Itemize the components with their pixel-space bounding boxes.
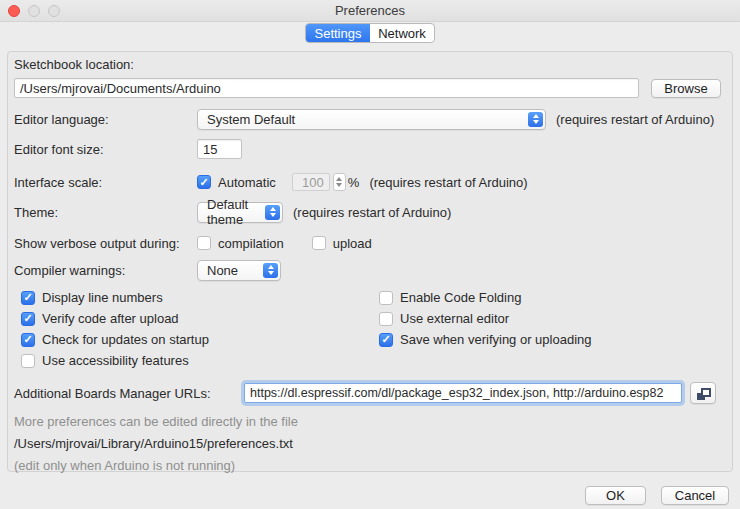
enable-code-folding-checkbox[interactable] [379, 291, 393, 305]
option-display-line-numbers[interactable]: Display line numbers [21, 290, 163, 305]
tab-settings[interactable]: Settings [306, 24, 370, 42]
browse-button[interactable]: Browse [651, 79, 721, 98]
verbose-output-label: Show verbose output during: [14, 236, 197, 251]
display-line-numbers-checkbox[interactable] [21, 291, 35, 305]
verify-code-after-upload-checkbox[interactable] [21, 312, 35, 326]
option-verify-code-after-upload[interactable]: Verify code after upload [21, 311, 179, 326]
boards-manager-urls-input[interactable]: https://dl.espressif.com/dl/package_esp3… [244, 383, 682, 403]
chevron-up-down-icon [265, 205, 280, 220]
boards-manager-urls-label: Additional Boards Manager URLs: [14, 386, 244, 401]
option-enable-code-folding[interactable]: Enable Code Folding [379, 290, 521, 305]
option-check-for-updates[interactable]: Check for updates on startup [21, 332, 209, 347]
cancel-button[interactable]: Cancel [661, 486, 729, 505]
editor-language-select[interactable]: System Default [197, 109, 546, 130]
theme-select[interactable]: Default theme [197, 202, 283, 223]
chevron-up-down-icon [263, 263, 278, 278]
tab-network[interactable]: Network [370, 24, 434, 42]
theme-note: (requires restart of Arduino) [293, 205, 451, 220]
title-bar: Preferences [0, 0, 740, 22]
ok-button[interactable]: OK [585, 486, 646, 505]
enable-code-folding-label: Enable Code Folding [400, 290, 521, 305]
compiler-warnings-select[interactable]: None [197, 260, 281, 281]
preferences-note-line3: (edit only when Arduino is not running) [14, 458, 235, 473]
preferences-note-line1: More preferences can be edited directly … [14, 414, 298, 429]
option-accessibility-features[interactable]: Use accessibility features [21, 353, 189, 368]
scale-value-input: 100 [292, 173, 330, 191]
editor-language-note: (requires restart of Arduino) [556, 112, 714, 127]
accessibility-features-label: Use accessibility features [42, 353, 189, 368]
accessibility-features-checkbox[interactable] [21, 354, 35, 368]
boards-manager-open-button[interactable] [690, 382, 716, 404]
editor-language-value: System Default [207, 112, 295, 127]
sketchbook-location-label: Sketchbook location: [14, 57, 134, 72]
scale-stepper [333, 173, 346, 191]
option-save-when-verifying[interactable]: Save when verifying or uploading [379, 332, 592, 347]
preferences-file-path: /Users/mjrovai/Library/Arduino15/prefere… [14, 436, 293, 451]
verbose-compilation-checkbox[interactable] [197, 236, 211, 250]
editor-language-label: Editor language: [14, 112, 197, 127]
editor-font-size-input[interactable]: 15 [197, 139, 242, 159]
scale-unit: % [348, 175, 360, 190]
compiler-warnings-value: None [207, 263, 238, 278]
check-for-updates-checkbox[interactable] [21, 333, 35, 347]
compiler-warnings-label: Compiler warnings: [14, 263, 197, 278]
window-title: Preferences [0, 3, 740, 18]
display-line-numbers-label: Display line numbers [42, 290, 163, 305]
tab-bar: Settings Network [0, 23, 740, 45]
interface-scale-label: Interface scale: [14, 175, 197, 190]
save-when-verifying-checkbox[interactable] [379, 333, 393, 347]
save-when-verifying-label: Save when verifying or uploading [400, 332, 592, 347]
verbose-compilation-label: compilation [218, 236, 284, 251]
settings-panel: Sketchbook location: /Users/mjrovai/Docu… [7, 51, 733, 472]
verbose-upload-label: upload [333, 236, 372, 251]
editor-font-size-label: Editor font size: [14, 142, 197, 157]
chevron-up-down-icon [528, 112, 543, 127]
sketchbook-location-input[interactable]: /Users/mjrovai/Documents/Arduino [14, 78, 639, 98]
automatic-scale-checkbox[interactable] [197, 175, 211, 189]
use-external-editor-label: Use external editor [400, 311, 509, 326]
new-window-icon [697, 388, 711, 400]
check-for-updates-label: Check for updates on startup [42, 332, 209, 347]
verbose-upload-checkbox[interactable] [312, 236, 326, 250]
option-use-external-editor[interactable]: Use external editor [379, 311, 509, 326]
automatic-scale-checkbox-label: Automatic [218, 175, 276, 190]
interface-scale-note: (requires restart of Arduino) [369, 175, 527, 190]
preferences-dialog: { "window": { "title": "Preferences" }, … [0, 0, 740, 509]
theme-label: Theme: [14, 205, 197, 220]
use-external-editor-checkbox[interactable] [379, 312, 393, 326]
verify-code-after-upload-label: Verify code after upload [42, 311, 179, 326]
